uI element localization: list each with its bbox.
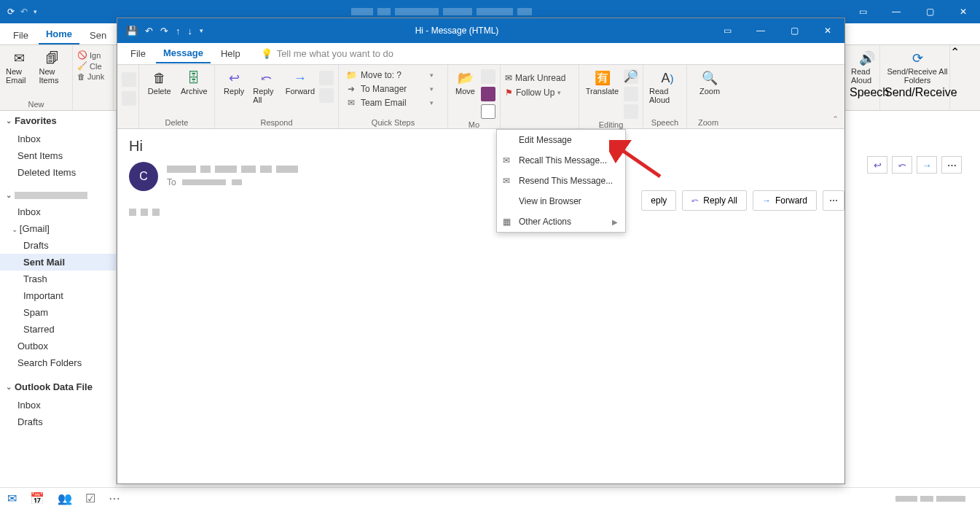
save-icon[interactable]: 💾 — [126, 26, 138, 36]
archive-button[interactable]: 🗄Archive — [179, 68, 211, 97]
acct-inbox[interactable]: Inbox — [0, 203, 116, 220]
qs-to-manager[interactable]: ➜To Manager▾ — [343, 82, 438, 96]
qat-caret[interactable]: ▾ — [34, 8, 37, 15]
move-button[interactable]: 📂Move — [452, 68, 478, 97]
odf-header[interactable]: ⌄Outlook Data File — [0, 377, 116, 397]
junk-small[interactable] — [122, 91, 136, 106]
close-button[interactable]: ✕ — [946, 0, 980, 23]
nav-more-icon[interactable]: ⋯ — [109, 491, 120, 505]
body-reply-all-button[interactable]: ⤺Reply All — [682, 190, 747, 211]
msg-tab-message[interactable]: Message — [156, 44, 211, 63]
outer-reply-all-icon[interactable]: ⤺ — [892, 156, 912, 174]
find-small[interactable]: 🔎 — [624, 69, 638, 84]
qs-move-to[interactable]: 📁Move to: ?▾ — [343, 68, 438, 82]
msg-ribbon-opts[interactable]: ▭ — [710, 18, 744, 43]
send-receive-all-button[interactable]: ⟳ Send/Receive All Folders — [885, 48, 950, 86]
new-email-label: New Email — [6, 67, 34, 85]
actions-small[interactable] — [481, 104, 495, 119]
msg-maximize-button[interactable]: ▢ — [777, 18, 811, 43]
gmail-starred[interactable]: Starred — [0, 321, 116, 338]
qat-undo-icon[interactable]: ↶ — [20, 7, 28, 17]
msg-tab-file[interactable]: File — [123, 44, 153, 63]
related-small[interactable] — [624, 87, 638, 101]
msg-close-button[interactable]: ✕ — [811, 18, 844, 43]
outer-reply-icon[interactable]: ↩ — [867, 156, 887, 174]
msg-minimize-button[interactable]: — — [744, 18, 777, 43]
body-forward-button[interactable]: →Forward — [753, 190, 817, 211]
nav-calendar-icon[interactable]: 📅 — [30, 491, 44, 505]
account-header[interactable]: ⌄ — [0, 187, 116, 203]
odf-drafts[interactable]: Drafts — [0, 413, 116, 430]
gmail-spam[interactable]: Spam — [0, 304, 116, 321]
new-items-button[interactable]: 🗐 New Items — [38, 48, 68, 86]
reply-button[interactable]: ↩Reply — [219, 68, 248, 97]
outer-forward-icon[interactable]: → — [917, 156, 937, 174]
nav-mail-icon[interactable]: ✉ — [7, 491, 17, 505]
tab-send-receive[interactable]: Sen — [82, 26, 114, 44]
recall-message-item[interactable]: ✉Recall This Message... — [497, 150, 625, 171]
prev-icon[interactable]: ↑ — [176, 26, 181, 36]
sendreceive-group-label: Send/Receive — [885, 86, 945, 99]
cleanup-button[interactable]: 🧹 Cle — [77, 61, 109, 71]
read-aloud-label: Read Aloud — [851, 67, 883, 85]
msg-tab-help[interactable]: Help — [213, 44, 248, 63]
ribbon-collapse-chevron[interactable]: ⌃ — [950, 45, 960, 110]
reply-all-button[interactable]: ⤺Reply All — [251, 68, 281, 106]
next-icon[interactable]: ↓ — [188, 26, 193, 36]
gmail-sent-mail[interactable]: Sent Mail — [0, 254, 116, 271]
gmail-drafts[interactable]: Drafts — [0, 237, 116, 254]
delete-button[interactable]: 🗑Delete — [144, 68, 176, 97]
message-ribbon: 🗑Delete 🗄Archive Delete ↩Reply ⤺Reply Al… — [117, 65, 844, 129]
tab-home[interactable]: Home — [39, 25, 79, 44]
ignore-button[interactable]: 🚫 Ign — [77, 50, 109, 61]
read-aloud-button-main[interactable]: 🔊 Read Aloud — [850, 48, 885, 86]
zoom-button[interactable]: 🔍Zoom — [691, 68, 728, 97]
sender-avatar[interactable]: C — [129, 162, 158, 191]
mark-unread-button[interactable]: ✉Mark Unread — [505, 71, 574, 85]
qat-more[interactable]: ▾ — [200, 27, 203, 34]
refresh-icon[interactable]: ⟳ — [7, 7, 15, 17]
ribbon-display-icon[interactable]: ▭ — [846, 0, 879, 23]
forward-button[interactable]: →Forward — [284, 68, 316, 97]
qs-team-email[interactable]: ✉Team Email▾ — [343, 96, 438, 109]
msg-ribbon-collapse[interactable]: ⌃ — [832, 114, 839, 124]
outer-more-icon[interactable]: ⋯ — [941, 156, 962, 174]
meeting-small[interactable] — [319, 71, 334, 85]
maximize-button[interactable]: ▢ — [913, 0, 946, 23]
tab-file[interactable]: File — [6, 26, 36, 44]
new-group-label: New — [4, 98, 68, 110]
tell-me-search[interactable]: 💡 Tell me what you want to do — [261, 48, 393, 59]
rules-small[interactable] — [481, 69, 495, 84]
redo-icon[interactable]: ↷ — [160, 26, 168, 36]
gmail-trash[interactable]: Trash — [0, 271, 116, 287]
onenote-small[interactable] — [481, 87, 495, 101]
ignore-small[interactable] — [122, 72, 136, 87]
undo-icon[interactable]: ↶ — [145, 26, 153, 36]
msg-read-aloud-button[interactable]: A)Read Aloud — [648, 68, 687, 106]
more-respond-small[interactable] — [319, 88, 334, 103]
acct-search-folders[interactable]: Search Folders — [0, 354, 116, 371]
select-small[interactable] — [624, 104, 638, 119]
body-reply-button[interactable]: eply — [641, 190, 676, 211]
follow-up-button[interactable]: ⚑Follow Up ▾ — [505, 85, 574, 100]
fav-sent[interactable]: Sent Items — [0, 147, 116, 164]
gmail-important[interactable]: Important — [0, 287, 116, 304]
body-more-button[interactable]: ⋯ — [823, 190, 844, 211]
acct-outbox[interactable]: Outbox — [0, 338, 116, 354]
favorites-header[interactable]: ⌄Favorites — [0, 111, 116, 131]
nav-tasks-icon[interactable]: ☑ — [85, 491, 95, 505]
nav-people-icon[interactable]: 👥 — [58, 491, 72, 505]
new-email-button[interactable]: ✉ New Email — [4, 48, 35, 86]
gmail-header[interactable]: ⌄ [Gmail] — [0, 220, 116, 237]
translate-button[interactable]: 🈶Translate — [584, 68, 621, 97]
odf-inbox[interactable]: Inbox — [0, 397, 116, 413]
fav-inbox[interactable]: Inbox — [0, 131, 116, 147]
minimize-button[interactable]: — — [879, 0, 913, 23]
view-in-browser-item[interactable]: View in Browser — [497, 191, 625, 211]
junk-button[interactable]: 🗑 Junk — [77, 71, 109, 82]
quicksteps-group-label: Quick Steps — [343, 117, 443, 128]
resend-message-item[interactable]: ✉Resend This Message... — [497, 171, 625, 191]
fav-deleted[interactable]: Deleted Items — [0, 164, 116, 181]
other-actions-item[interactable]: ▦Other Actions▶ — [497, 211, 625, 232]
edit-message-item[interactable]: Edit Message — [497, 130, 625, 150]
